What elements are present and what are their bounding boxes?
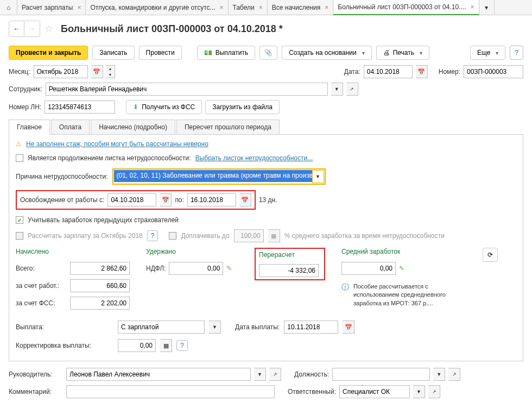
post-and-close-button[interactable]: Провести и закрыть (9, 46, 88, 60)
tab-main[interactable]: Главное (9, 120, 50, 135)
prev-insurers-label: Учитывать заработок предыдущих страховат… (28, 216, 179, 224)
print-button[interactable]: 🖨Печать (376, 46, 429, 60)
ndfl-label: НДФЛ: (146, 265, 166, 272)
info-text: Пособие рассчитывается с использованием … (353, 283, 466, 308)
calendar-icon[interactable]: 📅 (239, 193, 251, 206)
date-to-input[interactable] (187, 193, 236, 206)
comment-input[interactable] (66, 385, 275, 398)
form-tabs: Главное Оплата Начислено (подробно) Пере… (9, 120, 523, 135)
calendar-icon[interactable]: 📅 (343, 321, 354, 334)
close-icon[interactable]: × (77, 4, 81, 11)
tab-accrued[interactable]: Начислено (подробно) (91, 120, 175, 134)
employee-input[interactable] (46, 83, 328, 96)
tab-label: Отпуска, командировки и другие отсутс... (90, 4, 215, 11)
number-label: Номер: (439, 68, 460, 76)
tab-payment[interactable]: Оплата (51, 120, 90, 134)
ndfl-input[interactable] (169, 262, 223, 275)
ln-input[interactable] (45, 101, 115, 114)
close-icon[interactable]: × (471, 3, 474, 11)
tab-salary[interactable]: Расчет зарплаты× (17, 0, 86, 15)
chevron-down-icon[interactable]: ▼ (254, 368, 266, 381)
paperclip-icon: 📎 (264, 49, 273, 57)
recalc-input[interactable] (259, 264, 319, 277)
number-input[interactable] (464, 65, 523, 78)
chevron-down-icon[interactable]: ▼ (312, 170, 324, 183)
help-button[interactable]: ? (510, 46, 523, 60)
month-input[interactable] (34, 65, 88, 78)
fss-input[interactable] (70, 297, 130, 310)
home-icon: ⌂ (7, 4, 10, 11)
download-icon: ⬇ (133, 103, 138, 111)
month-spinner[interactable]: ▲▼ (106, 65, 115, 78)
reason-label: Причина нетрудоспособности: (16, 173, 108, 180)
payout-mode-input[interactable] (118, 321, 205, 334)
get-fss-label: Получить из ФСС (142, 103, 195, 111)
accrued-head: Начислено (16, 248, 130, 255)
correction-input[interactable] (118, 339, 156, 352)
load-file-button[interactable]: Загрузить из файла (205, 100, 280, 114)
paydate-input[interactable] (284, 321, 338, 334)
tab-label: Расчет зарплаты (22, 4, 73, 11)
topup-label: Доплачивать до (181, 232, 229, 240)
close-icon[interactable]: × (259, 4, 263, 11)
date-from-input[interactable] (107, 193, 156, 206)
manager-label: Руководитель: (9, 371, 63, 378)
tab-recalc[interactable]: Пересчет прошлого периода (176, 120, 280, 134)
calc-salary-checkbox (16, 232, 23, 240)
pay-label: Выплатить (216, 49, 249, 57)
tab-absence[interactable]: Отпуска, командировки и другие отсутс...… (86, 0, 228, 15)
app-tabbar: ⌂ Расчет зарплаты× Отпуска, командировки… (0, 0, 532, 15)
calc-icon[interactable]: ▦ (160, 339, 172, 352)
calendar-icon[interactable]: 📅 (416, 65, 428, 78)
pay-button[interactable]: 💵Выплатить (197, 46, 256, 60)
pencil-icon[interactable]: ✎ (226, 265, 232, 272)
employer-input[interactable] (70, 279, 130, 292)
responsible-input[interactable] (339, 385, 410, 398)
continuation-checkbox[interactable] (16, 154, 23, 162)
chevron-down-icon[interactable]: ▼ (209, 321, 221, 334)
tab-accruals[interactable]: Все начисления× (268, 0, 334, 15)
chevron-down-icon[interactable]: ▼ (413, 385, 425, 398)
pencil-icon[interactable]: ✎ (399, 265, 404, 272)
days-value: 13 дн. (259, 196, 277, 204)
get-fss-button[interactable]: ⬇Получить из ФСС (126, 100, 202, 114)
more-button[interactable]: Еще (470, 46, 505, 60)
tab-sickleave[interactable]: Больничный лист 00ЗП-000003 от 04.10....… (333, 0, 479, 15)
refresh-button[interactable]: ⟳ (483, 248, 498, 262)
calendar-icon[interactable]: 📅 (160, 193, 172, 206)
close-icon[interactable]: × (220, 4, 224, 11)
tab-overflow[interactable]: ▾ (479, 0, 495, 15)
reason-select[interactable]: (01, 02, 10, 11) Заболевание или травма … (114, 170, 312, 182)
post-button[interactable]: Провести (139, 46, 182, 60)
help-button[interactable]: ? (147, 230, 159, 241)
responsible-label: Ответственный: (288, 388, 336, 396)
close-icon[interactable]: × (325, 4, 328, 11)
open-icon[interactable]: ↗ (269, 368, 281, 381)
tab-home[interactable]: ⌂ (0, 0, 17, 15)
date-label: Дата: (344, 68, 360, 76)
favorite-icon[interactable]: ☆ (45, 23, 53, 35)
nav-back-button[interactable]: ← (9, 21, 24, 36)
avg-input[interactable] (341, 262, 396, 275)
help-button[interactable]: ? (176, 340, 188, 351)
correction-label: Корректировка выплаты: (16, 342, 113, 349)
chevron-down-icon[interactable]: ▼ (331, 83, 343, 96)
create-based-button[interactable]: Создать на основании (282, 46, 372, 60)
prev-insurers-checkbox[interactable]: ✔ (16, 216, 23, 224)
tab-timesheet[interactable]: Табели× (229, 0, 268, 15)
open-icon[interactable]: ↗ (346, 83, 358, 96)
position-input[interactable] (332, 368, 430, 381)
chevron-down-icon[interactable]: ▼ (433, 368, 445, 381)
paydate-label: Дата выплаты: (235, 323, 280, 331)
continuation-link[interactable]: Выбрать листок нетрудоспособности... (195, 154, 313, 162)
write-button[interactable]: Записать (92, 46, 134, 60)
total-input[interactable] (70, 262, 130, 275)
open-icon[interactable]: ↗ (448, 368, 460, 381)
warning-link[interactable]: Не заполнен стаж, пособия могут быть рас… (26, 140, 208, 148)
month-label: Месяц: (9, 68, 30, 76)
manager-input[interactable] (66, 368, 251, 381)
calendar-icon[interactable]: 📅 (91, 65, 103, 78)
attach-button[interactable]: 📎 (259, 46, 277, 60)
open-icon[interactable]: ↗ (428, 385, 440, 398)
date-input[interactable] (364, 65, 413, 78)
